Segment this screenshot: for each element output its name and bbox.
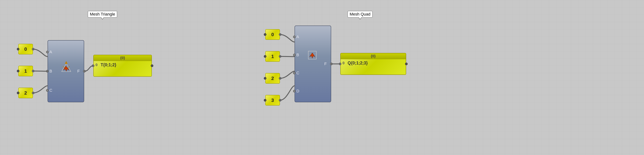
- tri-in1-left-connector: [17, 70, 20, 72]
- tri-port-C: C: [48, 87, 54, 94]
- quad-in2-label: 2: [271, 76, 274, 81]
- quad-out-row-index: 0: [342, 61, 346, 65]
- quad-comp-F-connector: [330, 63, 332, 65]
- quad-input-1[interactable]: 1: [265, 51, 280, 62]
- quad-in3-right-connector: [279, 99, 282, 102]
- tri-in1-label: 1: [24, 68, 27, 74]
- quad-comp-C-connector: [293, 72, 296, 74]
- tri-out-left-connector: [92, 64, 94, 67]
- quad-in0-label: 0: [271, 32, 274, 37]
- quad-in3-label: 3: [271, 98, 274, 103]
- triangle-output-row-0: 0 T{0;1;2}: [94, 61, 152, 69]
- tri-in0-right-connector: [32, 48, 34, 50]
- quad-in2-left-connector: [264, 77, 266, 80]
- mesh-triangle-tooltip: Mesh Triangle: [88, 11, 117, 17]
- mesh-quad-component[interactable]: A B C D F: [294, 25, 331, 102]
- quad-port-B: B: [295, 52, 300, 58]
- triangle-output-header: {0}: [94, 55, 152, 61]
- tri-in2-right-connector: [32, 92, 34, 94]
- quad-in2-right-connector: [279, 77, 282, 80]
- tri-comp-A-connector: [46, 51, 49, 53]
- quad-out-left-connector: [339, 63, 342, 65]
- tri-comp-F-connector: [83, 70, 86, 72]
- quad-output-row-0: 0 Q{0;1;2;3}: [341, 59, 406, 67]
- tri-in2-left-connector: [17, 92, 20, 94]
- quad-port-F: F: [323, 61, 328, 67]
- quad-in0-right-connector: [279, 33, 282, 36]
- svg-marker-6: [310, 53, 315, 58]
- tri-port-A: A: [48, 49, 54, 55]
- quad-comp-D-connector: [293, 90, 296, 92]
- tri-out-right-connector: [151, 64, 153, 67]
- tri-out-row-index: 0: [96, 63, 99, 67]
- tri-port-F: F: [76, 68, 81, 74]
- quad-output-header: {0}: [341, 53, 406, 59]
- quad-in1-label: 1: [271, 54, 274, 59]
- quad-output: {0} 0 Q{0;1;2;3}: [340, 53, 406, 75]
- tri-in0-label: 0: [24, 46, 27, 52]
- triangle-input-1[interactable]: 1: [18, 66, 33, 76]
- quad-in3-left-connector: [264, 99, 266, 102]
- tri-comp-B-connector: [46, 70, 49, 72]
- quad-input-2[interactable]: 2: [265, 73, 280, 84]
- quad-comp-B-connector: [293, 54, 296, 56]
- quad-in1-right-connector: [279, 55, 282, 58]
- mesh-quad-tooltip: Mesh Quad: [348, 11, 372, 17]
- quad-out-right-connector: [405, 63, 408, 65]
- quad-port-C: C: [295, 70, 301, 76]
- triangle-input-2[interactable]: 2: [18, 88, 33, 98]
- tri-in1-right-connector: [32, 70, 34, 72]
- quad-out-row-value: Q{0;1;2;3}: [348, 61, 368, 66]
- tri-in0-left-connector: [17, 48, 20, 50]
- mesh-triangle-component[interactable]: A B C F: [48, 40, 84, 102]
- quad-port-D: D: [295, 88, 301, 94]
- mesh-triangle-icon: [59, 59, 74, 77]
- triangle-input-0[interactable]: 0: [18, 44, 33, 54]
- mesh-quad-icon: [305, 48, 320, 62]
- tri-out-row-value: T{0;1;2}: [100, 62, 116, 67]
- quad-input-0[interactable]: 0: [265, 29, 280, 40]
- triangle-output: {0} 0 T{0;1;2}: [93, 55, 152, 77]
- quad-comp-A-connector: [293, 36, 296, 38]
- quad-input-3[interactable]: 3: [265, 95, 280, 106]
- quad-in1-left-connector: [264, 55, 266, 58]
- tri-port-B: B: [48, 68, 54, 74]
- quad-in0-left-connector: [264, 33, 266, 36]
- tri-in2-label: 2: [24, 90, 27, 96]
- quad-port-A: A: [295, 34, 300, 40]
